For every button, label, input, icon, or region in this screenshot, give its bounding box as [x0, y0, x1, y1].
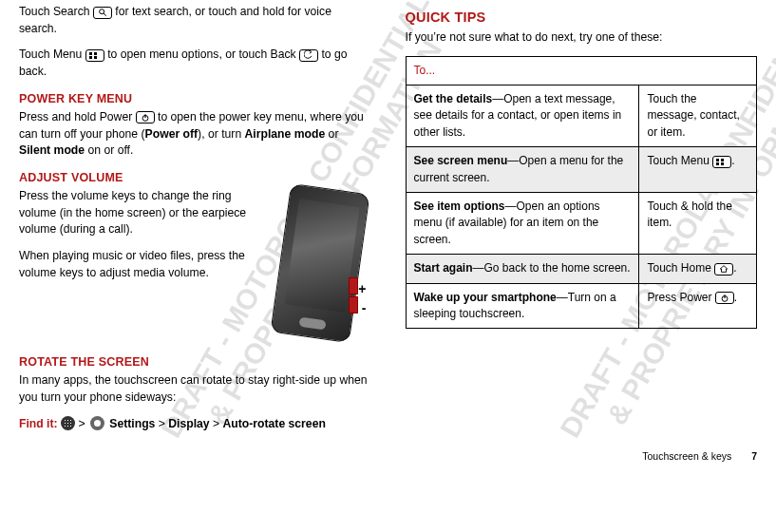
- text-bold: Wake up your smartphone: [414, 291, 557, 304]
- text: .: [734, 291, 737, 304]
- text: to open menu options, or touch Back: [104, 48, 299, 61]
- paragraph-power: Press and hold Power to open the power k…: [19, 109, 371, 160]
- svg-rect-2: [89, 52, 92, 55]
- heading-power-key-menu: Power key menu: [19, 90, 371, 107]
- home-key-icon: [714, 263, 733, 276]
- find-it-label: Find it:: [19, 417, 58, 430]
- text: Touch Menu: [647, 154, 712, 167]
- heading-quick-tips: Quick tips: [406, 8, 758, 28]
- text: on or off.: [85, 143, 133, 157]
- volume-keys-callout: + -: [349, 277, 366, 319]
- text: Press and hold Power: [19, 110, 136, 124]
- back-key-icon: [299, 49, 318, 62]
- power-key-icon: [715, 292, 734, 304]
- text: Touch Home: [647, 261, 714, 275]
- path-display: Display: [168, 417, 209, 430]
- paragraph-rotate: In many apps, the touchscreen can rotate…: [19, 372, 371, 406]
- phone-illustration: + -: [267, 188, 371, 350]
- cell-right: Press Power .: [639, 283, 757, 329]
- cell-left: Get the details—Open a text message, see…: [406, 86, 639, 147]
- quick-tips-table: To... Get the details—Open a text messag…: [406, 56, 758, 330]
- left-column: Touch Search for text search, or touch a…: [19, 4, 371, 442]
- table-header-to: To...: [406, 56, 757, 85]
- svg-rect-8: [716, 159, 719, 162]
- paragraph-menu-back: Touch Menu to open menu options, or touc…: [19, 47, 371, 80]
- svg-rect-11: [721, 162, 724, 165]
- svg-rect-10: [716, 162, 719, 165]
- text: —Go back to the home screen.: [473, 261, 631, 275]
- path-auto-rotate: Auto-rotate screen: [223, 417, 326, 430]
- svg-rect-3: [94, 52, 97, 55]
- find-it-path: Find it: > Settings > Display > Auto-rot…: [19, 416, 371, 433]
- text-bold: Get the details: [414, 92, 493, 105]
- plus-label: +: [358, 279, 366, 298]
- text-bold: Airplane mode: [245, 127, 326, 141]
- cell-right: Touch the message, contact, or item.: [639, 86, 757, 147]
- volume-up-key: +: [349, 277, 358, 294]
- cell-right: Touch Home .: [639, 255, 757, 283]
- text: Touch Menu: [19, 48, 85, 61]
- settings-gear-icon: [90, 416, 104, 430]
- svg-point-0: [100, 10, 104, 14]
- text: .: [731, 154, 734, 167]
- text: Press Power: [647, 291, 714, 304]
- menu-key-icon: [85, 49, 104, 62]
- text: ), or turn: [198, 127, 244, 141]
- text-bold: See item options: [414, 200, 505, 213]
- paragraph-search: Touch Search for text search, or touch a…: [19, 4, 371, 37]
- svg-rect-5: [94, 56, 97, 59]
- text: .: [733, 261, 736, 275]
- cell-right: Touch Menu .: [639, 147, 757, 193]
- table-row: See item options—Open an options menu (i…: [406, 193, 757, 255]
- cell-left: See item options—Open an options menu (i…: [406, 193, 639, 255]
- minus-label: -: [362, 298, 367, 317]
- text-bold: Power off: [145, 127, 199, 141]
- cell-left: Start again—Go back to the home screen.: [406, 255, 639, 283]
- text-bold: See screen menu: [414, 154, 508, 167]
- text: Touch Search: [19, 5, 93, 18]
- text: or: [325, 127, 338, 141]
- heading-adjust-volume: Adjust volume: [19, 169, 371, 186]
- cell-left: Wake up your smartphone—Turn on a sleepi…: [406, 283, 639, 329]
- text-bold: Silent mode: [19, 143, 85, 157]
- cell-right: Touch & hold the item.: [639, 193, 757, 255]
- menu-key-icon: [712, 156, 731, 168]
- phone-nav-button: [298, 317, 326, 331]
- footer-section: Touchscreen & keys: [642, 450, 731, 462]
- quick-tips-intro: If you’re not sure what to do next, try …: [406, 29, 758, 47]
- volume-down-key: -: [349, 296, 358, 314]
- page-footer: Touchscreen & keys 7: [19, 449, 757, 464]
- right-column: Quick tips If you’re not sure what to do…: [406, 4, 758, 442]
- apps-icon: [61, 416, 75, 430]
- svg-marker-12: [720, 266, 728, 273]
- table-row: Start again—Go back to the home screen. …: [406, 255, 757, 283]
- svg-rect-9: [721, 159, 724, 162]
- path-settings: Settings: [109, 417, 155, 430]
- heading-rotate-screen: Rotate the screen: [19, 353, 371, 370]
- power-key-icon: [136, 111, 155, 124]
- table-row: Get the details—Open a text message, see…: [406, 86, 757, 147]
- footer-page-number: 7: [751, 450, 757, 462]
- table-row: Wake up your smartphone—Turn on a sleepi…: [406, 283, 757, 329]
- svg-line-1: [104, 13, 106, 16]
- search-key-icon: [93, 7, 112, 19]
- text-bold: Start again: [414, 261, 473, 275]
- svg-rect-4: [89, 56, 92, 59]
- table-row: See screen menu—Open a menu for the curr…: [406, 147, 757, 193]
- cell-left: See screen menu—Open a menu for the curr…: [406, 147, 639, 193]
